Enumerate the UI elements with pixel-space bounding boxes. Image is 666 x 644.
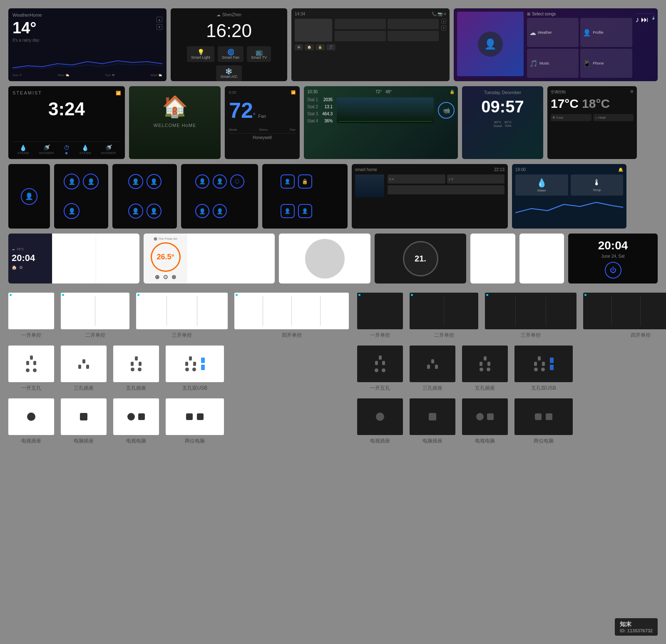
thermo-ctrl-3[interactable]: ⊗ [171, 274, 176, 280]
quick-btn[interactable]: 🎵 [326, 44, 335, 50]
media-home-screen[interactable]: 14:34 📞 📷 ≡ ▲ ▼ [291, 8, 450, 81]
touch-btn-4b[interactable]: 👤 [213, 174, 227, 189]
smart-ac-btn[interactable]: ❄️ Smart A/C [216, 65, 241, 81]
quick-btn[interactable]: 📽 [295, 44, 303, 50]
weather-screen[interactable]: WeatherHome 14° It's a rainy day ▲ ▼ [8, 8, 166, 81]
white-weather-panel[interactable]: ☁ 15°C 20:04 🏠 ⚙ [8, 234, 139, 283]
smart-light-btn[interactable]: 💡 Smart Light [187, 46, 214, 62]
steam-btn2[interactable]: 💧 STEAM [80, 144, 91, 155]
camera-btn[interactable]: 📹 [438, 102, 455, 119]
touch-panel-2btn[interactable]: 👤 👤 👤 [54, 164, 108, 229]
white-1open5hole-panel[interactable] [8, 346, 54, 382]
dark-5hole-usb-panel[interactable] [514, 346, 573, 382]
ac-mode-2[interactable]: ♨ Heat [593, 114, 634, 121]
touch-btn-4d[interactable]: 👤 [195, 204, 209, 218]
quick-btn[interactable]: 🔒 [316, 44, 325, 50]
touch-btn-4a[interactable]: 👤 [195, 174, 209, 189]
touch-btn-3c[interactable]: 👤 [128, 204, 143, 219]
white-2gang-panel[interactable] [61, 293, 129, 329]
shower-btn[interactable]: 🚿 SHOWER [39, 144, 54, 155]
white-tv-pc-panel[interactable] [113, 398, 159, 435]
white-pc-panel[interactable] [61, 398, 107, 435]
thermo-ctrl-1[interactable]: ⊕ [155, 274, 160, 280]
quick-btn[interactable]: 🏠 [305, 44, 314, 50]
touch-btn-2c[interactable]: 👤 [64, 203, 80, 219]
touch-btn-5c[interactable]: 👤 [281, 204, 295, 218]
touch-btn-3b[interactable]: 👤 [147, 174, 162, 189]
dual-temp-screen[interactable]: 空调控制 ⚙ 17°C 18°C ❄ Cool ♨ Heat [547, 86, 637, 159]
hub-tile-2[interactable]: 🌡 Temp [571, 174, 624, 196]
mm-tile[interactable]: 5.4 [388, 174, 445, 184]
touch-panel-3btn[interactable]: 👤 👤 👤 👤 [112, 164, 177, 229]
smart-tv-btn[interactable]: 📺 Smart TV [247, 46, 271, 62]
dark-clock-btn[interactable]: ⏻ [605, 262, 621, 278]
tile-item[interactable]: 👤 Profile [580, 18, 632, 47]
mm-bar[interactable] [388, 185, 504, 194]
dark-tv-panel[interactable] [357, 398, 403, 435]
grid-tile[interactable] [388, 31, 439, 41]
touch-btn-3d[interactable]: 👤 [147, 204, 162, 219]
tile-item[interactable]: 🎵 Music [527, 49, 579, 78]
touch-panel-1btn[interactable]: 👤 [8, 164, 50, 229]
shower-btn2[interactable]: 🚿 SHOWER [101, 144, 116, 155]
time-clock-screen[interactable]: ☁ ShenZhen 16:20 💡 Smart Light 🌀 Smart F… [171, 8, 287, 81]
white-1gang-panel[interactable] [8, 293, 54, 329]
touch-btn-5b[interactable]: 🔒 [298, 174, 312, 189]
dashboard-screen[interactable]: 10:30 72° 48° 🔒 Stat 1 2035 Stat 2 13.1 [304, 86, 458, 159]
thermo-fan-label[interactable]: Fan [290, 128, 296, 132]
smart-fan-btn[interactable]: 🌀 Smart Fan [218, 46, 244, 62]
white-thermostat-panel[interactable]: ⬤ The Polar Air 26.5° ⊕ ⊙ ⊗ [144, 234, 275, 283]
dark-round-thermostat-panel[interactable]: 21. [375, 234, 466, 283]
steam-btn[interactable]: 💧 STEAM [17, 144, 29, 155]
timer-btn[interactable]: ⏱ ◉ [64, 144, 70, 155]
nav-up[interactable]: ▲ [157, 17, 162, 22]
white-5hole-usb-panel[interactable] [166, 346, 224, 382]
grid-tile[interactable] [335, 31, 386, 41]
mm-tile[interactable]: 1.5 [447, 174, 505, 184]
white-3gang-panel[interactable] [136, 293, 228, 329]
tile-item[interactable]: 📱 Phone [580, 49, 632, 78]
touch-btn-3a[interactable]: 👤 [128, 174, 143, 189]
dark-1gang-panel[interactable] [357, 293, 403, 329]
thermostat-circle[interactable]: 26.5° [151, 242, 181, 272]
ac-mode-1[interactable]: ❄ Cool [551, 114, 591, 121]
white-tv-panel[interactable] [8, 398, 54, 435]
panel-icon-home[interactable]: 🏠 [12, 265, 17, 270]
touch-panel-5btn[interactable]: 👤 🔒 👤 👤 [262, 164, 348, 229]
nav-ctrl[interactable]: ▼ [441, 25, 446, 30]
dark-thermostat-circle[interactable]: 21. [403, 241, 438, 276]
hub-tile-1[interactable]: 💧 Water [515, 174, 568, 196]
tile-item[interactable]: ☁ Weather [527, 18, 579, 47]
touch-panel-4btn[interactable]: 👤 👤 ⬡ 👤 👤 [181, 164, 258, 229]
touch-btn-2b[interactable]: 👤 [83, 174, 99, 189]
multimedia-screen[interactable]: smart home 22:13 5.4 1.5 [352, 164, 508, 229]
dark-2pc-panel[interactable] [514, 398, 573, 435]
nav-down[interactable]: ▼ [157, 24, 162, 30]
white-3hole-panel[interactable] [61, 346, 107, 382]
steamist-screen[interactable]: STEAMIST 📶 3:24 💧 STEAM 🚿 SHOWER ⏱ ◉ [8, 86, 125, 159]
dark-4gang-panel[interactable] [583, 293, 666, 329]
dark-5hole-panel[interactable] [462, 346, 508, 382]
grid-tile[interactable] [335, 19, 386, 29]
white-5hole-panel[interactable] [113, 346, 159, 382]
touch-btn-5d[interactable]: 👤 [298, 204, 312, 218]
touch-btn-4e[interactable]: 👤 [213, 204, 227, 218]
white-2pc-panel[interactable] [166, 398, 224, 435]
volume-icon[interactable]: 🔊 [652, 15, 654, 78]
dark-tv-pc-panel[interactable] [462, 398, 508, 435]
thermo-menu-label[interactable]: Menu [259, 128, 268, 132]
white-4gang-panel[interactable] [234, 293, 349, 329]
dark-pc-panel[interactable] [410, 398, 455, 435]
dark-2gang-panel[interactable] [410, 293, 478, 329]
panel-icon-settings[interactable]: ⚙ [19, 265, 23, 270]
thermo-mode-label[interactable]: Mode [229, 128, 237, 132]
dark-1open5hole-panel[interactable] [357, 346, 403, 382]
music-tiles-screen[interactable]: 👤 ⊞ Select songs ☁ Weather 👤 [454, 8, 658, 81]
grid-tile[interactable] [388, 19, 439, 29]
smart-hub-screen[interactable]: 19:00 🔔 💧 Water 🌡 Temp [512, 164, 626, 229]
touch-btn-4c[interactable]: ⬡ [230, 174, 244, 189]
thermostat-controls[interactable]: ⊕ ⊙ ⊗ [155, 274, 176, 280]
thermo-ctrl-2[interactable]: ⊙ [163, 274, 168, 280]
touch-btn-5a[interactable]: 👤 [281, 174, 295, 189]
dark-3hole-panel[interactable] [410, 346, 455, 382]
